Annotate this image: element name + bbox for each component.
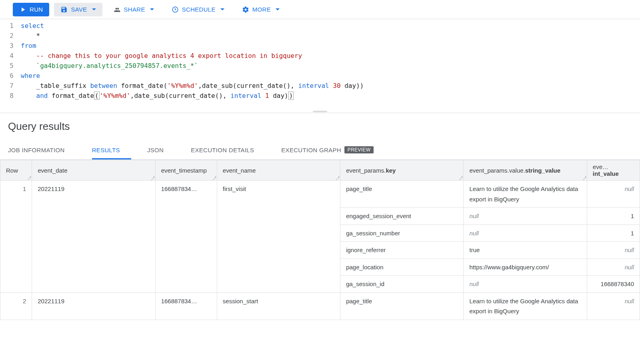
- pane-resize-handle[interactable]: [0, 110, 640, 113]
- share-label: SHARE: [124, 6, 145, 13]
- share-button[interactable]: SHARE: [107, 3, 160, 16]
- cell-event-date: 20221119: [32, 181, 155, 293]
- share-icon: [114, 6, 121, 13]
- preview-badge: PREVIEW: [344, 146, 374, 153]
- chevron-down-icon: [276, 8, 280, 10]
- col-event-timestamp[interactable]: event_timestamp: [155, 160, 217, 181]
- clock-icon: [172, 6, 179, 13]
- cell-string-value: null: [464, 208, 587, 225]
- play-icon: [19, 6, 26, 13]
- col-event-params-key[interactable]: event_params.key: [340, 160, 464, 181]
- results-grid[interactable]: Row event_date event_timestamp event_nam…: [0, 160, 640, 320]
- cell-param-key: ignore_referrer: [340, 242, 464, 259]
- resize-handle[interactable]: [213, 176, 216, 179]
- more-button[interactable]: MORE: [236, 3, 286, 16]
- gear-icon: [242, 6, 249, 13]
- table-row: 220221119166887834…session_startpage_tit…: [0, 292, 640, 320]
- cell-int-value: null: [587, 292, 640, 320]
- cell-event-name: session_start: [217, 292, 340, 320]
- cell-event-timestamp: 166887834…: [155, 181, 217, 293]
- cell-string-value: Learn to utilize the Google Analytics da…: [464, 181, 587, 208]
- header-row: Row event_date event_timestamp event_nam…: [0, 160, 640, 181]
- chevron-down-icon: [220, 8, 224, 10]
- cell-string-value: true: [464, 242, 587, 259]
- tab-json[interactable]: JSON: [147, 141, 175, 159]
- cell-param-key: page_title: [340, 292, 464, 320]
- cell-param-key: ga_session_id: [340, 276, 464, 293]
- chevron-down-icon: [92, 8, 96, 10]
- results-tabs: JOB INFORMATION RESULTS JSON EXECUTION D…: [0, 141, 640, 160]
- cell-param-key: page_location: [340, 259, 464, 276]
- resize-handle[interactable]: [336, 176, 339, 179]
- cell-int-value: null: [587, 259, 640, 276]
- sql-editor[interactable]: 1 2 3 4 5 6 7 8 select * from -- change …: [0, 19, 640, 113]
- save-button[interactable]: SAVE: [54, 3, 102, 16]
- tab-job-information[interactable]: JOB INFORMATION: [8, 141, 76, 159]
- col-row[interactable]: Row: [0, 160, 32, 181]
- cell-int-value: null: [587, 181, 640, 208]
- col-event-params-string-value[interactable]: event_params.value.string_value: [464, 160, 587, 181]
- resize-handle[interactable]: [459, 176, 462, 179]
- table-row: 120221119166887834…first_visitpage_title…: [0, 181, 640, 208]
- resize-handle[interactable]: [583, 176, 586, 179]
- tab-results[interactable]: RESULTS: [92, 141, 131, 159]
- cell-string-value: null: [464, 225, 587, 242]
- cell-param-key: page_title: [340, 181, 464, 208]
- cell-event-timestamp: 166887834…: [155, 292, 217, 320]
- cell-string-value: null: [464, 276, 587, 293]
- schedule-label: SCHEDULE: [182, 6, 216, 13]
- cell-row-num: 2: [0, 292, 32, 320]
- resize-handle[interactable]: [151, 176, 154, 179]
- cell-event-date: 20221119: [32, 292, 155, 320]
- toolbar: RUN SAVE SHARE SCHEDULE MORE: [0, 0, 640, 19]
- code-area[interactable]: select * from -- change this to your goo…: [21, 21, 640, 101]
- col-event-date[interactable]: event_date: [32, 160, 155, 181]
- cell-string-value: https://www.ga4bigquery.com/: [464, 259, 587, 276]
- chevron-down-icon: [150, 8, 154, 10]
- cell-int-value: null: [587, 242, 640, 259]
- run-label: RUN: [30, 6, 43, 13]
- save-label: SAVE: [71, 6, 87, 13]
- cell-int-value: 1: [587, 225, 640, 242]
- save-icon: [60, 6, 68, 13]
- cell-int-value: 1: [587, 208, 640, 225]
- cell-param-key: engaged_session_event: [340, 208, 464, 225]
- cell-event-name: first_visit: [217, 181, 340, 293]
- run-button[interactable]: RUN: [13, 3, 49, 16]
- col-event-params-int-value[interactable]: eve…int_value: [587, 160, 640, 181]
- more-label: MORE: [252, 6, 271, 13]
- cell-int-value: 1668878340: [587, 276, 640, 293]
- cell-row-num: 1: [0, 181, 32, 293]
- line-gutter: 1 2 3 4 5 6 7 8: [0, 21, 21, 101]
- cell-param-key: ga_session_number: [340, 225, 464, 242]
- results-title: Query results: [0, 113, 640, 141]
- resize-handle[interactable]: [28, 176, 31, 179]
- tab-execution-graph[interactable]: EXECUTION GRAPH PREVIEW: [281, 141, 385, 159]
- col-event-name[interactable]: event_name: [217, 160, 340, 181]
- tab-execution-details[interactable]: EXECUTION DETAILS: [191, 141, 265, 159]
- cell-string-value: Learn to utilize the Google Analytics da…: [464, 292, 587, 320]
- schedule-button[interactable]: SCHEDULE: [165, 3, 231, 16]
